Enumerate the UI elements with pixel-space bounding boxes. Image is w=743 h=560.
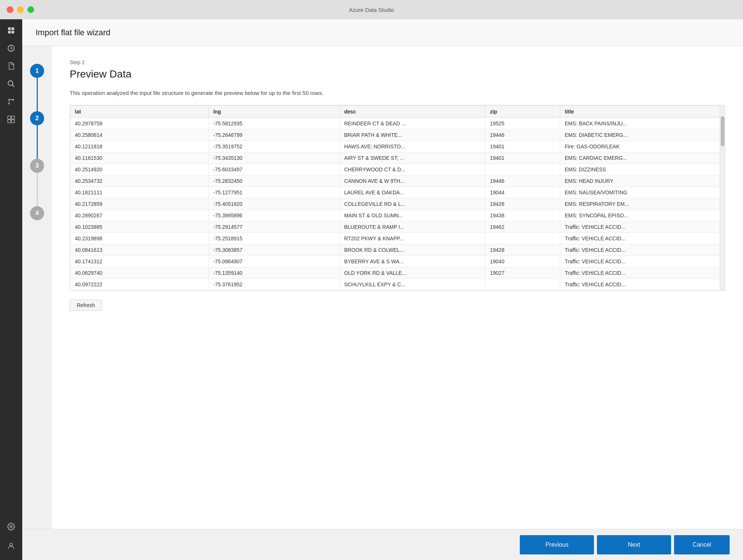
step-2: 2 <box>30 111 44 159</box>
table-cell-col0: 40.0972222 <box>70 279 209 290</box>
table-cell-col4: Traffic: VEHICLE ACCID... <box>560 256 725 267</box>
content-area: Import flat file wizard 1 2 3 4 <box>22 19 743 560</box>
table-cell-col4: Traffic: VEHICLE ACCID... <box>560 279 725 290</box>
sidebar-icon-account[interactable] <box>3 538 19 554</box>
table-cell-col2: OLD YORK RD & VALLE... <box>340 267 485 279</box>
svg-point-5 <box>8 81 13 86</box>
table-cell-col0: 40.2319898 <box>70 233 209 244</box>
table-cell-col4: Fire: GAS-ODOR/LEAK <box>560 141 725 152</box>
previous-button[interactable]: Previous <box>520 535 594 554</box>
sidebar-icon-search[interactable] <box>3 76 19 92</box>
table-cell-col4: Traffic: VEHICLE ACCID... <box>560 221 725 233</box>
data-table: lat lng desc zip title 40.2978759-75.581… <box>70 105 725 290</box>
table-cell-col3: 19426 <box>485 198 560 210</box>
settings-icon <box>7 523 15 531</box>
refresh-button[interactable]: Refresh <box>70 300 102 311</box>
table-scrollbar[interactable] <box>720 105 725 290</box>
table-cell-col4: Traffic: VEHICLE ACCID... <box>560 233 725 244</box>
table-row: 40.1821111-75.1277951LAUREL AVE & OAKDA.… <box>70 187 725 198</box>
table-cell-col2: MAIN ST & OLD SUMN... <box>340 210 485 221</box>
table-cell-col2: AIRY ST & SWEDE ST; ... <box>340 152 485 164</box>
table-cell-col3 <box>485 279 560 290</box>
table-cell-col4: EMS: DIABETIC EMERG... <box>560 129 725 141</box>
sidebar-icon-git[interactable] <box>3 93 19 110</box>
table-cell-col2: BLUEROUTE & RAMP I... <box>340 221 485 233</box>
table-cell-col0: 40.1211818 <box>70 141 209 152</box>
table-cell-col2: CHERRYWOOD CT & D... <box>340 164 485 175</box>
table-cell-col1: -75.6033497 <box>209 164 340 175</box>
maximize-button[interactable] <box>27 6 34 13</box>
table-cell-col0: 40.0629740 <box>70 267 209 279</box>
table-row: 40.2890267-75.3995896MAIN ST & OLD SUMN.… <box>70 210 725 221</box>
table-cell-col4: EMS: NAUSEA/VOMITING <box>560 187 725 198</box>
step-1-circle: 1 <box>30 64 44 78</box>
table-cell-col0: 40.1821111 <box>70 187 209 198</box>
table-cell-col2: BRIAR PATH & WHITE... <box>340 129 485 141</box>
table-row: 40.2978759-75.5812935REINDEER CT & DEAD … <box>70 118 725 129</box>
sidebar-icon-layout[interactable] <box>3 22 19 39</box>
sidebar <box>0 19 22 560</box>
table-cell-col1: -75.5812935 <box>209 118 340 129</box>
col-header-lat: lat <box>70 105 209 118</box>
table-cell-col3: 19462 <box>485 221 560 233</box>
svg-rect-3 <box>11 31 14 33</box>
col-header-title: title <box>560 105 725 118</box>
table-cell-col1: -75.1359140 <box>209 267 340 279</box>
steps-panel: 1 2 3 4 <box>22 46 52 529</box>
sidebar-bottom <box>3 518 19 556</box>
page-content: Step 2 Preview Data This operation analy… <box>52 46 743 529</box>
close-button[interactable] <box>7 6 13 13</box>
table-row: 40.1161530-75.3435130AIRY ST & SWEDE ST;… <box>70 152 725 164</box>
table-row: 40.2319898-75.2518915RT202 PKWY & KNAPP.… <box>70 233 725 244</box>
table-cell-col2: REINDEER CT & DEAD ... <box>340 118 485 129</box>
col-header-zip: zip <box>485 105 560 118</box>
step-3-circle: 3 <box>30 159 44 173</box>
scrollbar-thumb <box>721 116 724 146</box>
sidebar-icon-history[interactable] <box>3 40 19 56</box>
sidebar-icon-settings[interactable] <box>3 518 19 535</box>
table-cell-col0: 40.2580614 <box>70 129 209 141</box>
svg-rect-12 <box>8 120 11 123</box>
svg-rect-0 <box>8 27 11 30</box>
col-header-lng: lng <box>209 105 340 118</box>
step-4-circle: 4 <box>30 206 44 220</box>
table-cell-col2: BROOK RD & COLWEL... <box>340 244 485 256</box>
table-cell-col4: EMS: SYNCOPAL EPISO... <box>560 210 725 221</box>
table-row: 40.2172859-75.4051820COLLEGEVILLE RD & L… <box>70 198 725 210</box>
table-cell-col3: 19044 <box>485 187 560 198</box>
cancel-button[interactable]: Cancel <box>674 535 730 554</box>
wizard-main: 1 2 3 4 Step 2 Preview Data <box>22 46 743 529</box>
table-cell-col2: HAWS AVE; NORRISTO... <box>340 141 485 152</box>
step-label: Step 2 <box>70 59 725 65</box>
table-cell-col3: 19040 <box>485 256 560 267</box>
sidebar-icon-extensions[interactable] <box>3 111 19 128</box>
table-cell-col3: 19446 <box>485 175 560 187</box>
step-2-circle: 2 <box>30 111 44 125</box>
table-cell-col1: -75.2646799 <box>209 129 340 141</box>
table-cell-col4: EMS: BACK PAINS/INJU... <box>560 118 725 129</box>
data-table-wrapper: lat lng desc zip title 40.2978759-75.581… <box>70 105 725 291</box>
table-cell-col1: -75.3083857 <box>209 244 340 256</box>
table-cell-col2: SCHUYLKILL EXPY & C... <box>340 279 485 290</box>
file-icon <box>7 62 15 70</box>
account-icon <box>7 542 15 550</box>
svg-rect-10 <box>8 116 11 119</box>
next-button[interactable]: Next <box>597 535 671 554</box>
table-cell-col0: 40.2978759 <box>70 118 209 129</box>
table-cell-col0: 40.2890267 <box>70 210 209 221</box>
minimize-button[interactable] <box>17 6 24 13</box>
sidebar-icon-file[interactable] <box>3 58 19 74</box>
table-cell-col0: 40.0841613 <box>70 244 209 256</box>
table-cell-col3: 19525 <box>485 118 560 129</box>
table-cell-col1: -75.2914577 <box>209 221 340 233</box>
svg-rect-13 <box>11 120 14 123</box>
table-cell-col0: 40.1023985 <box>70 221 209 233</box>
table-cell-col1: -75.0984907 <box>209 256 340 267</box>
table-row: 40.1211818-75.3519752HAWS AVE; NORRISTO.… <box>70 141 725 152</box>
svg-point-15 <box>10 543 12 546</box>
table-row: 40.2580614-75.2646799BRIAR PATH & WHITE.… <box>70 129 725 141</box>
table-cell-col1: -75.2518915 <box>209 233 340 244</box>
table-cell-col1: -75.3519752 <box>209 141 340 152</box>
table-cell-col0: 40.1741312 <box>70 256 209 267</box>
search-icon <box>7 80 15 88</box>
